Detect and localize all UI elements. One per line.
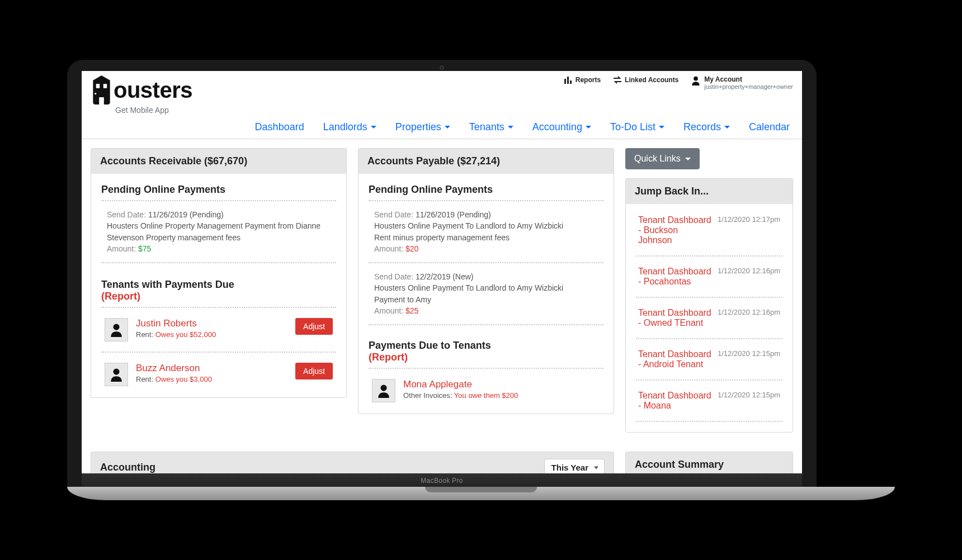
- ar-report-link[interactable]: (Report): [101, 291, 140, 302]
- jump-back-in-card: Jump Back In... Tenant Dashboard - Bucks…: [625, 178, 793, 433]
- svg-rect-0: [96, 84, 100, 88]
- ar-pending-title: Pending Online Payments: [101, 184, 336, 196]
- tenant-name-link[interactable]: Mona Applegate: [403, 379, 600, 390]
- my-account-label: My Account: [704, 75, 793, 83]
- accounting-title: Accounting: [100, 462, 155, 473]
- logo-text: ousters: [114, 78, 192, 103]
- tenant-row: Mona Applegate Other Invoices: You owe t…: [369, 373, 603, 408]
- caret-down-icon: [586, 126, 591, 129]
- nav-tenants[interactable]: Tenants: [469, 121, 513, 133]
- ar-tenants-due-title: Tenants with Payments Due (Report): [101, 279, 336, 302]
- reports-link[interactable]: Reports: [564, 75, 601, 84]
- svg-rect-5: [567, 77, 569, 84]
- svg-rect-1: [103, 84, 107, 88]
- nav-landlords[interactable]: Landlords: [323, 121, 376, 133]
- svg-point-9: [113, 369, 119, 375]
- jump-item[interactable]: Tenant Dashboard - Owned TEnant1/12/2020…: [636, 302, 782, 334]
- person-icon: [109, 367, 124, 382]
- date-range-select[interactable]: This Year: [544, 459, 605, 473]
- svg-point-7: [694, 77, 698, 81]
- jump-item[interactable]: Tenant Dashboard - Buckson Johnson1/12/2…: [636, 210, 782, 251]
- svg-point-8: [113, 324, 119, 330]
- nav-todo[interactable]: To-Do List: [610, 121, 664, 133]
- ar-title: Accounts Receivable ($67,670): [91, 149, 346, 174]
- nav-properties[interactable]: Properties: [395, 121, 450, 133]
- reports-label: Reports: [576, 76, 601, 84]
- nav-calendar[interactable]: Calendar: [749, 121, 790, 133]
- avatar: [105, 318, 128, 341]
- nav-records[interactable]: Records: [683, 121, 730, 133]
- ap-amount: $25: [405, 306, 418, 315]
- tenant-row: Buzz Anderson Rent: Owes you $3,000 Adju…: [101, 357, 336, 392]
- accounts-payable-card: Accounts Payable ($27,214) Pending Onlin…: [358, 148, 614, 414]
- person-icon: [109, 322, 124, 337]
- tenant-name-link[interactable]: Buzz Anderson: [136, 363, 290, 374]
- ap-pending-item: Send Date: 11/26/2019 (Pending) Housters…: [369, 206, 603, 258]
- logo[interactable]: ousters: [91, 75, 192, 105]
- user-icon: [691, 75, 701, 86]
- svg-rect-2: [99, 97, 104, 105]
- laptop-hinge-label: MacBook Pro: [82, 473, 802, 488]
- ap-due-tenants-title: Payments Due to Tenants (Report): [369, 340, 603, 363]
- nav-accounting[interactable]: Accounting: [532, 121, 591, 133]
- caret-down-icon: [724, 126, 730, 129]
- app-header: ousters Get Mobile App Reports Linked Ac…: [82, 71, 802, 115]
- ap-amount: $20: [405, 244, 418, 253]
- account-summary-card: Account Summary Getting Started (Show: [625, 452, 793, 473]
- main-nav: Dashboard Landlords Properties Tenants A…: [82, 115, 802, 139]
- avatar: [105, 363, 128, 386]
- adjust-button[interactable]: Adjust: [295, 363, 333, 379]
- caret-down-icon: [685, 158, 691, 160]
- caret-down-icon: [371, 126, 376, 129]
- jump-item[interactable]: Tenant Dashboard - Moana1/12/2020 12:15p…: [636, 385, 782, 416]
- nav-dashboard[interactable]: Dashboard: [255, 121, 304, 133]
- exchange-icon: [613, 75, 622, 84]
- caret-down-icon: [659, 126, 664, 129]
- quick-links-button[interactable]: Quick Links: [625, 148, 700, 169]
- ap-title: Accounts Payable ($27,214): [359, 149, 614, 174]
- jump-item[interactable]: Tenant Dashboard - Android Tenant1/12/20…: [636, 344, 782, 375]
- get-mobile-app-link[interactable]: Get Mobile App: [115, 106, 192, 115]
- caret-down-icon: [508, 126, 513, 129]
- username-label: justin+property+manager+owner: [704, 83, 793, 90]
- ap-pending-item: Send Date: 12/2/2019 (New) Housters Onli…: [369, 268, 603, 320]
- tenant-row: Justin Roberts Rent: Owes you $52,000 Ad…: [101, 312, 336, 347]
- account-menu[interactable]: My Account justin+property+manager+owner: [691, 75, 793, 90]
- svg-rect-4: [564, 79, 566, 84]
- tenant-name-link[interactable]: Justin Roberts: [136, 318, 290, 329]
- house-logo-icon: [91, 75, 112, 105]
- avatar: [372, 379, 395, 402]
- svg-rect-6: [570, 80, 572, 84]
- ar-pending-item: Send Date: 11/26/2019 (Pending) Housters…: [101, 206, 336, 258]
- linked-accounts-link[interactable]: Linked Accounts: [613, 75, 678, 84]
- adjust-button[interactable]: Adjust: [295, 318, 333, 335]
- account-summary-title: Account Summary: [626, 452, 793, 473]
- svg-point-3: [95, 93, 96, 94]
- accounting-card: Accounting This Year Financial Summary E…: [91, 452, 614, 473]
- jump-title: Jump Back In...: [626, 179, 793, 204]
- person-icon: [376, 383, 391, 398]
- ar-amount: $75: [138, 244, 151, 253]
- ap-pending-title: Pending Online Payments: [369, 184, 603, 196]
- ap-report-link[interactable]: (Report): [369, 352, 408, 363]
- svg-point-10: [380, 385, 386, 391]
- linked-accounts-label: Linked Accounts: [625, 76, 678, 84]
- caret-down-icon: [445, 126, 450, 129]
- bar-chart-icon: [564, 75, 573, 84]
- jump-item[interactable]: Tenant Dashboard - Pocahontas1/12/2020 1…: [636, 261, 782, 292]
- accounts-receivable-card: Accounts Receivable ($67,670) Pending On…: [91, 148, 347, 398]
